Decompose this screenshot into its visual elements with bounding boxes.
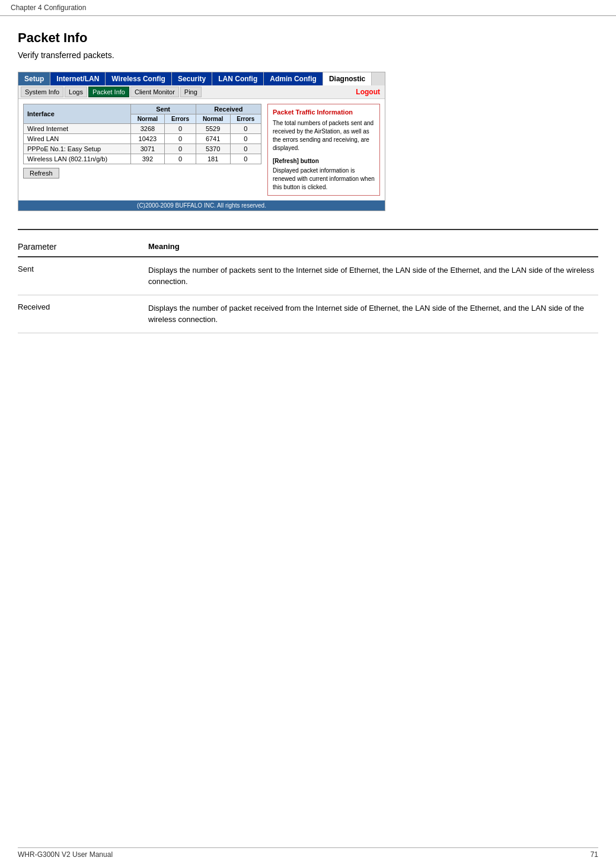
page-content: Packet Info Verify transferred packets. … xyxy=(0,16,616,345)
cell-sent-errors: 0 xyxy=(165,154,196,164)
cell-sent-errors: 0 xyxy=(165,144,196,154)
info-box: Packet Traffic Information The total num… xyxy=(267,104,380,196)
cell-recv-normal: 181 xyxy=(196,154,230,164)
nav-tab-adminconfig[interactable]: Admin Config xyxy=(264,72,323,85)
info-box-refresh-body: Displayed packet information is renewed … xyxy=(273,167,375,192)
sub-nav-sysinfo[interactable]: System Info xyxy=(21,87,63,97)
param-table-header-row: Parameter Meaning xyxy=(18,237,598,257)
param-col-header: Parameter xyxy=(18,237,148,257)
cell-recv-normal: 5529 xyxy=(196,124,230,134)
packet-table-area: Interface Sent Received Normal Errors No… xyxy=(23,104,261,196)
cell-sent-normal: 3071 xyxy=(130,144,165,154)
meaning-col-header: Meaning xyxy=(148,237,598,257)
footer-page-number: 71 xyxy=(591,850,598,859)
sub-nav-clientmonitor[interactable]: Client Monitor xyxy=(130,87,179,97)
cell-recv-normal: 6741 xyxy=(196,134,230,144)
param-meaning-cell: Displays the number of packet received f… xyxy=(148,295,598,333)
cell-sent-errors: 0 xyxy=(165,134,196,144)
chapter-header: Chapter 4 Configuration xyxy=(0,0,616,16)
sub-nav-ping[interactable]: Ping xyxy=(180,87,202,97)
sub-nav-packetinfo[interactable]: Packet Info xyxy=(88,87,129,97)
col-interface: Interface xyxy=(24,104,131,124)
nav-tab-internet[interactable]: Internet/LAN xyxy=(50,72,106,85)
table-row: Wired Internet 3268 0 5529 0 xyxy=(24,124,261,134)
cell-recv-errors: 0 xyxy=(230,154,261,164)
sub-nav: System Info Logs Packet Info Client Moni… xyxy=(18,85,385,99)
table-row: Wireless LAN (802.11n/g/b) 392 0 181 0 xyxy=(24,154,261,164)
nav-tab-security[interactable]: Security xyxy=(172,72,212,85)
col-sent: Sent xyxy=(130,104,196,114)
nav-tab-wireless[interactable]: Wireless Config xyxy=(106,72,172,85)
nav-tab-diagnostic[interactable]: Diagnostic xyxy=(323,72,372,85)
cell-recv-errors: 0 xyxy=(230,134,261,144)
param-name-cell: Received xyxy=(18,295,148,333)
col-recv-normal: Normal xyxy=(196,114,230,124)
refresh-button[interactable]: Refresh xyxy=(23,168,59,179)
nav-tab-lanconfig[interactable]: LAN Config xyxy=(212,72,264,85)
page-title: Packet Info xyxy=(18,30,598,46)
cell-recv-errors: 0 xyxy=(230,124,261,134)
cell-iface: Wired LAN xyxy=(24,134,131,144)
cell-sent-errors: 0 xyxy=(165,124,196,134)
cell-recv-normal: 5370 xyxy=(196,144,230,154)
router-footer: (C)2000-2009 BUFFALO INC. All rights res… xyxy=(18,200,385,211)
cell-sent-normal: 392 xyxy=(130,154,165,164)
info-box-refresh-title: [Refresh] button xyxy=(273,157,375,165)
col-recv-errors: Errors xyxy=(230,114,261,124)
info-box-body: The total numbers of packets sent and re… xyxy=(273,119,375,152)
packet-table: Interface Sent Received Normal Errors No… xyxy=(23,104,261,164)
cell-iface: PPPoE No.1: Easy Setup xyxy=(24,144,131,154)
param-name-cell: Sent xyxy=(18,257,148,295)
col-sent-normal: Normal xyxy=(130,114,165,124)
cell-recv-errors: 0 xyxy=(230,144,261,154)
page-subtitle: Verify transferred packets. xyxy=(18,50,598,60)
param-meaning-cell: Displays the number of packets sent to t… xyxy=(148,257,598,295)
table-row: PPPoE No.1: Easy Setup 3071 0 5370 0 xyxy=(24,144,261,154)
chapter-header-text: Chapter 4 Configuration xyxy=(11,4,86,12)
info-box-title: Packet Traffic Information xyxy=(273,108,375,117)
table-row: Wired LAN 10423 0 6741 0 xyxy=(24,134,261,144)
param-row: Received Displays the number of packet r… xyxy=(18,295,598,333)
cell-sent-normal: 3268 xyxy=(130,124,165,134)
param-row: Sent Displays the number of packets sent… xyxy=(18,257,598,295)
cell-iface: Wired Internet xyxy=(24,124,131,134)
param-table: Parameter Meaning Sent Displays the numb… xyxy=(18,237,598,333)
cell-sent-normal: 10423 xyxy=(130,134,165,144)
cell-iface: Wireless LAN (802.11n/g/b) xyxy=(24,154,131,164)
table-header-row: Interface Sent Received xyxy=(24,104,261,114)
top-nav: Setup Internet/LAN Wireless Config Secur… xyxy=(18,72,385,85)
router-main-content: Interface Sent Received Normal Errors No… xyxy=(18,99,385,200)
col-received: Received xyxy=(196,104,261,114)
footer-manual-name: WHR-G300N V2 User Manual xyxy=(18,850,113,859)
logout-link[interactable]: Logout xyxy=(356,88,380,96)
col-sent-errors: Errors xyxy=(165,114,196,124)
page-footer: WHR-G300N V2 User Manual 71 xyxy=(18,847,598,859)
router-ui-screenshot: Setup Internet/LAN Wireless Config Secur… xyxy=(18,72,385,211)
section-divider xyxy=(18,229,598,230)
nav-tab-setup[interactable]: Setup xyxy=(18,72,50,85)
sub-nav-logs[interactable]: Logs xyxy=(65,87,87,97)
